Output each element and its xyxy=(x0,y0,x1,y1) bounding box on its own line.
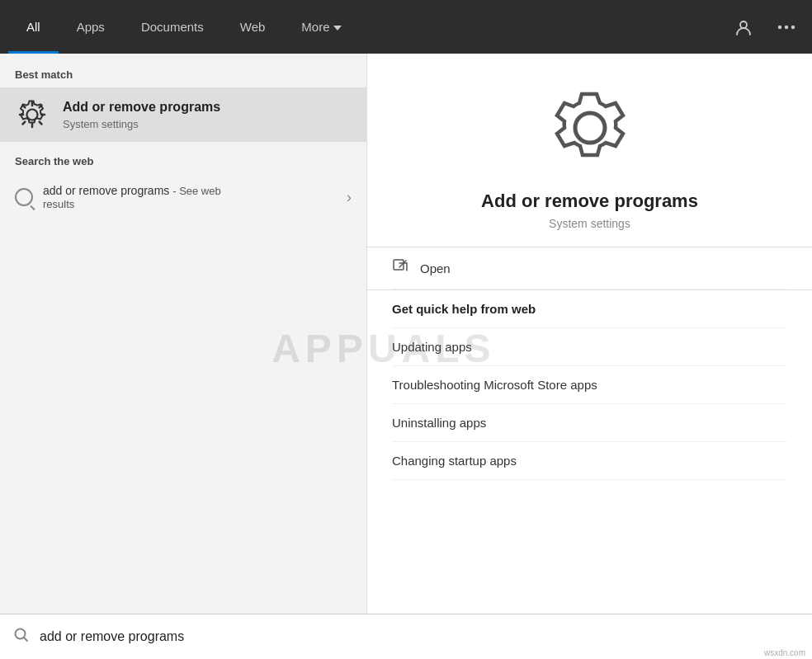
web-link-2[interactable]: Uninstalling apps xyxy=(392,404,787,442)
search-input[interactable] xyxy=(40,629,799,644)
search-icon xyxy=(15,188,33,206)
svg-point-3 xyxy=(791,25,795,28)
right-title: Add or remove programs xyxy=(481,191,698,212)
web-link-1[interactable]: Troubleshooting Microsoft Store apps xyxy=(392,366,787,404)
web-link-label-2: Uninstalling apps xyxy=(392,416,486,430)
svg-point-2 xyxy=(785,25,788,28)
web-link-3[interactable]: Changing startup apps xyxy=(392,442,787,480)
svg-point-1 xyxy=(778,25,781,28)
nav-tabs: All Apps Documents Web More xyxy=(8,0,726,54)
tab-apps[interactable]: Apps xyxy=(59,0,123,54)
web-help-label: Get quick help from web xyxy=(392,302,536,316)
web-search-see: - See web xyxy=(172,185,221,197)
tab-web[interactable]: Web xyxy=(222,0,284,54)
top-bar-actions xyxy=(726,13,804,41)
search-bar: wsxdn.com xyxy=(0,614,812,659)
gear-icon xyxy=(15,97,50,132)
best-match-label: Best match xyxy=(0,68,366,87)
tab-documents[interactable]: Documents xyxy=(123,0,222,54)
search-icon-bottom xyxy=(13,627,30,647)
chevron-down-icon xyxy=(333,26,342,31)
left-panel: Best match Add or remove programs System… xyxy=(0,54,367,614)
web-link-label-3: Changing startup apps xyxy=(392,454,517,468)
right-panel: Add or remove programs System settings O… xyxy=(367,54,812,614)
right-subtitle: System settings xyxy=(549,217,630,230)
site-watermark: wsxdn.com xyxy=(764,648,805,657)
open-action[interactable]: Open xyxy=(392,247,787,289)
best-match-text: Add or remove programs System settings xyxy=(63,99,352,130)
web-link-label-0: Updating apps xyxy=(392,340,472,354)
web-help-actions: Get quick help from web Updating apps Tr… xyxy=(367,290,812,480)
right-actions: Open xyxy=(367,247,812,289)
svg-point-5 xyxy=(575,113,605,143)
open-icon xyxy=(392,259,408,277)
open-label: Open xyxy=(420,261,451,275)
best-match-subtitle: System settings xyxy=(63,118,352,130)
best-match-title: Add or remove programs xyxy=(63,99,352,116)
web-search-results: results xyxy=(43,198,74,210)
main-content: Best match Add or remove programs System… xyxy=(0,54,812,614)
web-search-query: add or remove programs xyxy=(43,184,169,197)
web-search-item[interactable]: add or remove programs - See web results… xyxy=(0,174,366,220)
tab-more[interactable]: More xyxy=(283,0,359,54)
web-link-0[interactable]: Updating apps xyxy=(392,328,787,366)
person-icon-button[interactable] xyxy=(726,13,761,41)
ellipsis-button[interactable] xyxy=(769,20,804,35)
search-web-label: Search the web xyxy=(0,142,366,174)
best-match-item[interactable]: Add or remove programs System settings xyxy=(0,87,366,142)
web-search-text: add or remove programs - See web results xyxy=(43,184,337,210)
web-help-item: Get quick help from web xyxy=(392,290,787,328)
right-gear-icon xyxy=(541,78,640,177)
top-bar: All Apps Documents Web More xyxy=(0,0,812,54)
svg-point-0 xyxy=(740,21,747,28)
web-link-label-1: Troubleshooting Microsoft Store apps xyxy=(392,378,597,392)
tab-all[interactable]: All xyxy=(8,0,59,54)
arrow-right-icon: › xyxy=(347,189,352,206)
